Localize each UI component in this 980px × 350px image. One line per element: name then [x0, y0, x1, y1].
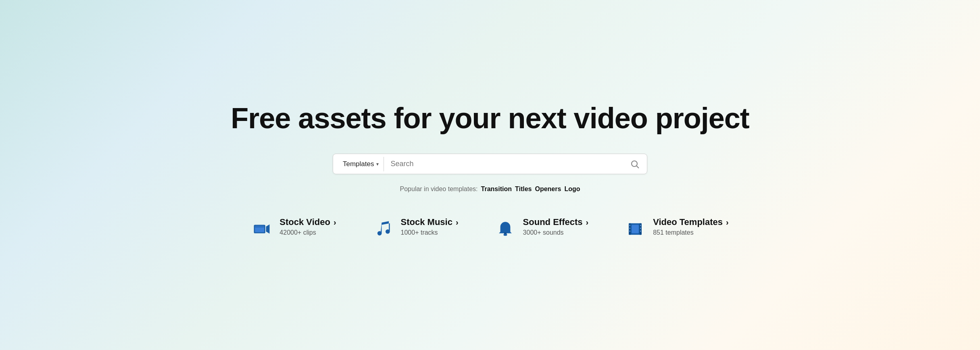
- category-arrow-video-templates: ›: [726, 218, 729, 227]
- category-info-video-templates: Video Templates › 851 templates: [653, 217, 728, 236]
- category-arrow-stock-music: ›: [456, 218, 459, 227]
- category-info-stock-music: Stock Music › 1000+ tracks: [401, 217, 459, 236]
- svg-line-1: [637, 166, 639, 168]
- category-item-stock-video[interactable]: Stock Video › 42000+ clips: [251, 217, 336, 240]
- music-note-icon: [373, 219, 394, 240]
- popular-tag-transition[interactable]: Transition: [481, 185, 512, 193]
- popular-tag-titles[interactable]: Titles: [515, 185, 532, 193]
- svg-rect-11: [630, 225, 630, 226]
- svg-point-7: [503, 234, 507, 236]
- popular-tag-logo[interactable]: Logo: [564, 185, 580, 193]
- svg-rect-12: [630, 228, 630, 229]
- svg-rect-13: [630, 231, 630, 232]
- svg-rect-14: [640, 225, 641, 226]
- category-subtitle-stock-music: 1000+ tracks: [401, 229, 459, 236]
- bell-icon: [495, 219, 516, 240]
- film-strip-icon: [625, 219, 646, 240]
- search-bar: Templates ▾: [333, 154, 647, 174]
- category-subtitle-stock-video: 42000+ clips: [279, 229, 336, 236]
- search-input[interactable]: [389, 156, 628, 171]
- svg-rect-16: [640, 231, 641, 232]
- popular-tag-openers[interactable]: Openers: [535, 185, 561, 193]
- category-row: Stock Video › 42000+ clips Stock Music ›…: [228, 217, 752, 240]
- search-icon: [630, 159, 640, 169]
- svg-rect-5: [255, 227, 265, 227]
- category-title-stock-music: Stock Music ›: [401, 217, 459, 227]
- category-arrow-sound-effects: ›: [586, 218, 589, 227]
- category-arrow-stock-video: ›: [334, 218, 336, 227]
- hero-section: Free assets for your next video project …: [0, 78, 980, 272]
- category-info-sound-effects: Sound Effects › 3000+ sounds: [523, 217, 589, 236]
- category-item-video-templates[interactable]: Video Templates › 851 templates: [625, 217, 728, 240]
- search-dropdown[interactable]: Templates ▾: [338, 157, 384, 171]
- category-info-stock-video: Stock Video › 42000+ clips: [279, 217, 336, 236]
- svg-point-0: [632, 161, 637, 167]
- category-title-stock-video: Stock Video ›: [279, 217, 336, 227]
- chevron-down-icon: ▾: [376, 161, 379, 167]
- hero-title: Free assets for your next video project: [231, 102, 749, 134]
- video-camera-icon: [251, 219, 272, 240]
- dropdown-label: Templates: [343, 160, 374, 168]
- popular-tags-row: Popular in video templates: Transition T…: [400, 185, 580, 193]
- category-item-stock-music[interactable]: Stock Music › 1000+ tracks: [373, 217, 459, 240]
- category-subtitle-sound-effects: 3000+ sounds: [523, 229, 589, 236]
- svg-rect-17: [632, 225, 639, 233]
- category-title-sound-effects: Sound Effects ›: [523, 217, 589, 227]
- category-subtitle-video-templates: 851 templates: [653, 229, 728, 236]
- search-button[interactable]: [628, 157, 642, 171]
- category-title-video-templates: Video Templates ›: [653, 217, 728, 227]
- popular-label: Popular in video templates:: [400, 185, 478, 193]
- svg-rect-15: [640, 228, 641, 229]
- category-item-sound-effects[interactable]: Sound Effects › 3000+ sounds: [495, 217, 589, 240]
- svg-marker-4: [266, 225, 270, 234]
